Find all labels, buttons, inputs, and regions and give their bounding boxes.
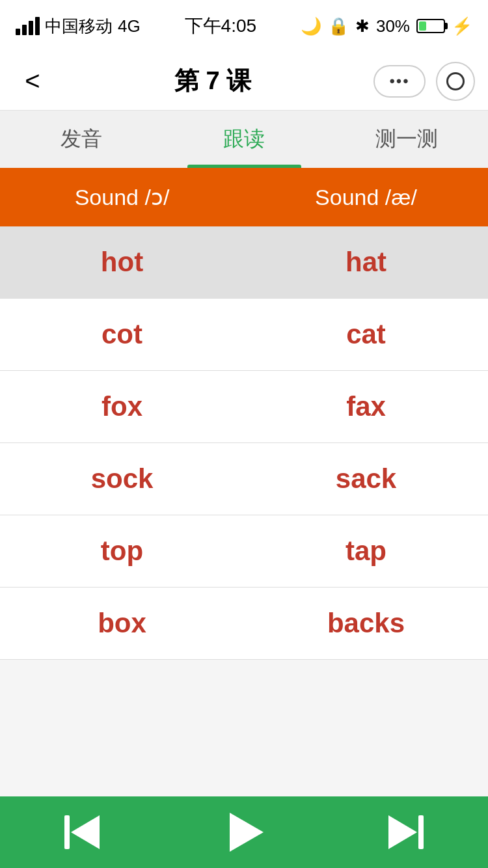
word-cell-left[interactable]: cot	[0, 299, 244, 370]
word-cell-right[interactable]: sack	[244, 443, 488, 515]
skip-forward-icon	[387, 813, 426, 852]
record-button[interactable]	[436, 62, 475, 101]
next-button[interactable]	[384, 809, 429, 855]
network-type: 4G	[118, 16, 141, 36]
tab-pronunciation[interactable]: 发音	[0, 111, 163, 168]
carrier-name: 中国移动	[45, 15, 113, 38]
status-time: 下午4:05	[185, 14, 257, 38]
sound-right-header: Sound /æ/	[244, 185, 488, 210]
word-table: hot hat cot cat fox fax sock sack top ta…	[0, 226, 488, 660]
record-icon	[446, 72, 465, 90]
moon-icon: 🌙	[301, 16, 321, 36]
nav-bar: < 第 7 课 •••	[0, 52, 488, 111]
status-icons: 🌙 🔒 ✱ 30% ⚡	[301, 16, 472, 36]
table-row: sock sack	[0, 443, 488, 515]
word-cell-left[interactable]: sock	[0, 443, 244, 515]
table-row: top tap	[0, 515, 488, 588]
table-row: cot cat	[0, 299, 488, 371]
signal-icon	[16, 17, 40, 35]
status-bar: 中国移动 4G 下午4:05 🌙 🔒 ✱ 30% ⚡	[0, 0, 488, 52]
sound-header: Sound /ɔ/ Sound /æ/	[0, 168, 488, 226]
word-cell-left[interactable]: fox	[0, 371, 244, 442]
word-cell-right[interactable]: hat	[244, 226, 488, 298]
tab-bar: 发音 跟读 测一测	[0, 111, 488, 168]
word-cell-left[interactable]: box	[0, 588, 244, 659]
word-cell-left[interactable]: hot	[0, 226, 244, 298]
word-cell-right[interactable]: backs	[244, 588, 488, 659]
word-cell-right[interactable]: tap	[244, 515, 488, 587]
charging-icon: ⚡	[452, 16, 472, 36]
table-row: hot hat	[0, 226, 488, 299]
word-cell-left[interactable]: top	[0, 515, 244, 587]
battery-percent: 30%	[376, 16, 410, 36]
table-row: box backs	[0, 588, 488, 660]
bottom-player	[0, 796, 488, 868]
more-button[interactable]: •••	[373, 65, 426, 98]
page-title: 第 7 课	[174, 64, 251, 98]
word-cell-right[interactable]: cat	[244, 299, 488, 370]
play-icon	[230, 813, 264, 852]
tab-test[interactable]: 测一测	[325, 111, 488, 168]
word-cell-right[interactable]: fax	[244, 371, 488, 442]
back-button[interactable]: <	[13, 66, 52, 96]
nav-actions: •••	[373, 62, 475, 101]
lock-icon: 🔒	[328, 16, 349, 36]
table-row: fox fax	[0, 371, 488, 443]
battery-icon	[416, 19, 445, 33]
tab-follow-read[interactable]: 跟读	[163, 111, 325, 168]
prev-button[interactable]	[59, 809, 104, 855]
bluetooth-icon: ✱	[355, 16, 370, 36]
play-button[interactable]	[221, 809, 267, 855]
carrier-info: 中国移动 4G	[16, 15, 141, 38]
sound-left-header: Sound /ɔ/	[0, 184, 244, 210]
skip-back-icon	[62, 813, 101, 852]
